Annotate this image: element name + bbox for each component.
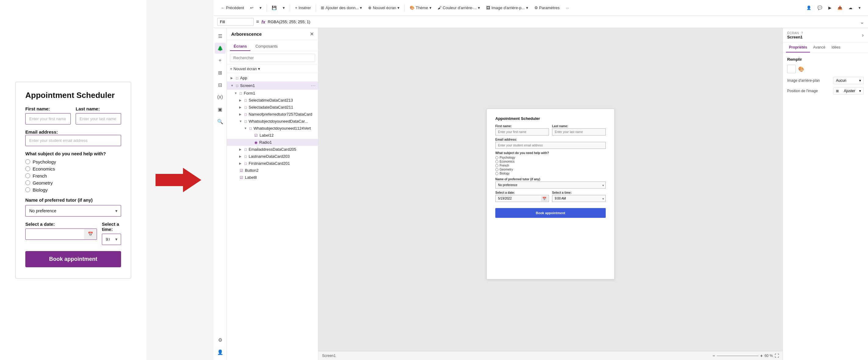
add-icon-btn[interactable]: + [215, 55, 226, 66]
props-tab-ideas[interactable]: Idées [828, 43, 843, 53]
save-cloud-btn[interactable]: ☁ [846, 4, 855, 11]
last-name-input[interactable] [75, 113, 121, 124]
tree-item-app[interactable]: ▶ □ App [227, 74, 318, 82]
tree-item-firstname[interactable]: ▶ □ FirstnameDataCard201 [227, 160, 318, 167]
variable-icon-btn[interactable]: (x) [215, 92, 226, 102]
save-button[interactable]: 💾 [269, 4, 279, 11]
tree-radio1-label: Radio1 [259, 140, 316, 145]
new-screen-button[interactable]: ⊕ Nouvel écran ▾ [366, 4, 402, 11]
redo-dropdown[interactable]: ▾ [257, 4, 264, 11]
fill-color-swatch[interactable] [787, 65, 796, 73]
canvas-email-input[interactable] [495, 142, 606, 149]
first-name-input[interactable] [25, 113, 71, 124]
layout-icon-btn[interactable]: ⊟ [215, 79, 226, 90]
image-position-dropdown[interactable]: ⊞ Ajuster ▾ [833, 87, 864, 95]
email-group: Email address: [25, 129, 121, 146]
tree-item-tutor[interactable]: ▶ □ Nameofpreferredtutor7257DataCard [227, 111, 318, 118]
canvas-radio-biology: Biology [495, 172, 606, 175]
tree-item-email[interactable]: ▶ □ EmailaddressDataCard205 [227, 146, 318, 153]
preview-button[interactable]: ▶ [826, 4, 834, 11]
tree-item-selectadate[interactable]: ▶ □ SelectadateDataCard211 [227, 104, 318, 111]
subject-icon: □ [245, 119, 247, 124]
tutor-select[interactable]: No preference [25, 205, 121, 217]
canvas-tutor-select-wrap: No preference [495, 182, 606, 188]
radio-economics[interactable]: Economics [25, 166, 121, 172]
tree-item-lastname[interactable]: ▶ □ LastnameDataCard203 [227, 153, 318, 160]
search-icon-btn[interactable]: 🔍 [215, 116, 226, 127]
data-icon-btn[interactable]: ⊞ [215, 67, 226, 78]
bg-image-button[interactable]: 🖼 Image d'arrière-p... ▾ [484, 4, 530, 11]
radio-psychology[interactable]: Psychology [25, 159, 121, 164]
canvas-screen-label: Screen1 [322, 354, 336, 358]
canvas-footer: Screen1 − ──────────────── + 60 % ⛶ [318, 351, 783, 360]
new-screen-tree-label: Nouvel écran [234, 66, 257, 71]
more-options-button[interactable]: ··· [563, 4, 571, 11]
bg-image-row: Image d'arrière-plan Aucun ▾ [787, 77, 864, 84]
props-panel: ÉCRAN ? Screen1 › Propriétés Avancé Idée… [783, 28, 868, 360]
user-side-btn[interactable]: 👤 [215, 347, 226, 358]
comment-button[interactable]: 💬 [815, 4, 825, 11]
radio-french[interactable]: French [25, 173, 121, 178]
tree-item-button2[interactable]: ▶ ☑ Button2 [227, 167, 318, 174]
canvas-time-select-wrap: 9:00 AM [552, 195, 606, 202]
tree-item-label8[interactable]: ▶ ☑ Label8 [227, 174, 318, 181]
save-dropdown[interactable]: ▾ [280, 4, 287, 11]
tree-email-label: EmailaddressDataCard205 [249, 147, 316, 152]
tree-search-input[interactable] [230, 54, 315, 62]
tree-tab-components[interactable]: Composants [252, 42, 281, 51]
props-tab-properties[interactable]: Propriétés [786, 43, 810, 53]
insert-button[interactable]: + Insérer [292, 4, 313, 11]
hamburger-icon-btn[interactable]: ☰ [215, 31, 226, 41]
formula-property-select[interactable]: Fill [217, 18, 254, 26]
canvas-time-select[interactable]: 9:00 AM [552, 195, 606, 202]
book-appointment-button[interactable]: Book appointment [25, 251, 121, 267]
canvas-book-btn[interactable]: Book appointment [495, 208, 606, 218]
time-select[interactable]: 9:00 AM [102, 234, 121, 245]
props-screen-info: ÉCRAN ? Screen1 [787, 31, 803, 39]
publish-button[interactable]: 📤 [835, 4, 845, 11]
settings-side-btn[interactable]: ⚙ [215, 334, 226, 346]
radio-biology[interactable]: Biology [25, 187, 121, 192]
tree-item-form1[interactable]: ▼ □ Form1 [227, 90, 318, 97]
date-input[interactable] [26, 229, 84, 239]
zoom-out-btn[interactable]: − [712, 353, 715, 358]
tutor-icon: □ [245, 112, 247, 117]
bg-image-dropdown[interactable]: Aucun ▾ [833, 77, 864, 84]
tree-tab-screens[interactable]: Écrans [230, 42, 250, 51]
formula-expand-icon[interactable]: ⌄ [860, 19, 864, 25]
media-icon-btn[interactable]: ▣ [215, 104, 226, 115]
arrow-head [183, 168, 201, 192]
calendar-icon-btn[interactable]: 📅 [84, 229, 97, 239]
bg-color-button[interactable]: 🖌 Couleur d'arrière-... ▾ [435, 4, 483, 11]
more-icon[interactable]: ⋯ [311, 83, 316, 88]
theme-button[interactable]: 🎨 Thème ▾ [407, 4, 434, 11]
tree-header: Arborescence ✕ [227, 28, 318, 40]
add-data-button[interactable]: ⊞ Ajouter des donn... ▾ [318, 4, 365, 11]
zoom-in-btn[interactable]: + [760, 353, 763, 358]
zoom-fullscreen-btn[interactable]: ⛶ [775, 353, 779, 358]
undo-button[interactable]: ↩ [248, 4, 256, 11]
tree-item-subject-vert[interactable]: ▼ □ Whatsubjectdoyouneed1124Vert [227, 125, 318, 132]
toolbar-more-btn[interactable]: ▾ [856, 4, 863, 11]
share-button[interactable]: 👤 [804, 4, 814, 11]
radio-geometry[interactable]: Geometry [25, 180, 121, 185]
new-screen-tree-btn[interactable]: + Nouvel écran ▾ [230, 66, 260, 71]
tree-item-radio1[interactable]: ▶ ◉ Radio1 [227, 139, 318, 146]
settings-button[interactable]: ⚙ Paramètres [532, 4, 562, 11]
props-tab-advanced[interactable]: Avancé [810, 43, 828, 53]
props-expand-icon[interactable]: › [862, 32, 864, 38]
back-button[interactable]: ← Précédent [218, 4, 246, 11]
canvas-name-row: First name: Last name: [495, 124, 606, 136]
tree-actions: + Nouvel écran ▾ [227, 65, 318, 73]
tree-item-selectatime[interactable]: ▶ □ SelectatimeDataCard213 [227, 97, 318, 104]
tree-item-subject[interactable]: ▼ □ WhatsubjectdoyouneedDataCar... [227, 118, 318, 125]
tree-close-button[interactable]: ✕ [310, 31, 314, 37]
tree-item-label12[interactable]: ▶ ☑ Label12 [227, 132, 318, 139]
email-input[interactable] [25, 135, 121, 146]
tree-icon-btn[interactable]: 🌲 [215, 43, 226, 54]
tree-item-screen1[interactable]: ▼ □ Screen1 ⋯ [227, 82, 318, 90]
first-name-group: First name: [25, 106, 71, 124]
canvas-first-name-input[interactable] [495, 128, 549, 136]
canvas-tutor-select[interactable]: No preference [495, 182, 606, 188]
canvas-last-name-input[interactable] [552, 128, 606, 136]
